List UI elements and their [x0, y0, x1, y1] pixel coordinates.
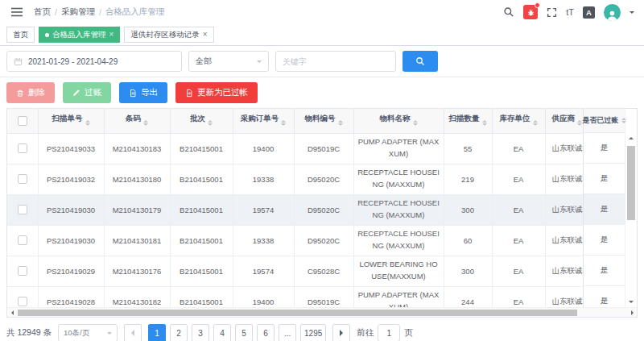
cell-scan_no: PS210419032: [38, 164, 104, 194]
chevron-down-icon: [107, 332, 112, 337]
cell-scan_qty: 244: [444, 286, 492, 309]
avatar[interactable]: [604, 4, 621, 21]
cell-material_name: PUMP ADAPTER (MAXXUM): [353, 133, 444, 164]
table-row[interactable]: PS210419030M2104130179B21041500119574D95…: [7, 194, 626, 225]
page-button-6[interactable]: 6: [257, 324, 275, 341]
row-checkbox[interactable]: [18, 297, 27, 306]
breadcrumb-home[interactable]: 首页: [34, 6, 51, 18]
page-number-list: 123456...1295: [148, 324, 326, 341]
row-checkbox[interactable]: [18, 266, 27, 276]
cell-material_no: D95019C: [294, 133, 353, 164]
col-header-scan_qty[interactable]: 扫描数量: [444, 109, 492, 133]
update-posted-button[interactable]: 更新为已过帐: [175, 82, 258, 103]
page-button-1295[interactable]: 1295: [300, 324, 326, 341]
horizontal-scrollbar[interactable]: [7, 307, 637, 317]
sort-icons: [621, 115, 626, 126]
error-log-icon[interactable]: [523, 5, 538, 19]
search-button[interactable]: [402, 51, 438, 72]
table-row[interactable]: PS210419029M2104130176B21041500119574C95…: [7, 256, 626, 286]
page-button-4[interactable]: 4: [213, 324, 231, 341]
breadcrumb-purchase-mgmt[interactable]: 采购管理: [61, 6, 95, 18]
cell-posted: 是: [584, 194, 625, 225]
col-header-barcode[interactable]: 条码: [104, 109, 170, 133]
hamburger-menu-icon[interactable]: [11, 7, 23, 17]
cell-barcode: M2104130179: [104, 194, 170, 225]
prev-page-button[interactable]: [124, 324, 142, 341]
pagination-bar: 共 12949 条 10条/页 123456...1295 前往 页: [0, 318, 644, 341]
cell-posted: 是: [584, 164, 625, 194]
cell-material_no: C95028C: [294, 256, 353, 286]
select-all-checkbox[interactable]: [18, 116, 27, 126]
date-range-input[interactable]: 2021-01-29 - 2021-04-29: [6, 51, 182, 72]
type-select[interactable]: 全部: [188, 51, 269, 72]
cell-material_name: PUMP ADAPTER (MAXXUM): [353, 286, 444, 309]
data-table: 扫描单号条码批次采购订单号物料编号物料名称扫描数量库存单位供应商 PS21041…: [6, 108, 638, 318]
cell-unit: EA: [492, 194, 545, 225]
scroll-up-arrow-icon[interactable]: [625, 133, 637, 143]
fullscreen-icon[interactable]: [547, 7, 557, 18]
export-button[interactable]: 导出: [119, 82, 167, 103]
col-header-batch[interactable]: 批次: [170, 109, 233, 133]
row-checkbox[interactable]: [18, 205, 27, 214]
row-checkbox[interactable]: [18, 235, 27, 245]
table-row[interactable]: PS210419028M2104130182B21041500119400D95…: [7, 286, 626, 309]
cell-po_no: 19338: [233, 164, 294, 194]
cell-barcode: M2104130183: [104, 133, 170, 164]
cell-material_no: D95020C: [294, 164, 353, 194]
table-row[interactable]: PS210419030M2104130181B21041500119338D95…: [7, 225, 626, 256]
page-button-3[interactable]: 3: [192, 324, 209, 341]
table-row[interactable]: PS210419032M2104130180B21041500119338D95…: [7, 164, 626, 194]
col-header-unit[interactable]: 库存单位: [492, 109, 545, 133]
cell-scan_no: PS210419029: [38, 256, 104, 286]
post-button[interactable]: 过账: [63, 82, 111, 103]
scroll-right-arrow-icon[interactable]: [627, 308, 637, 317]
font-size-icon[interactable]: tT: [566, 7, 574, 17]
next-page-button[interactable]: [332, 324, 350, 341]
tab-home[interactable]: 首页: [6, 27, 35, 43]
search-icon[interactable]: [503, 6, 514, 18]
col-label: 条码: [126, 114, 141, 123]
cell-unit: EA: [492, 133, 545, 164]
col-header-po_no[interactable]: 采购订单号: [233, 109, 294, 133]
tab-close-icon[interactable]: [203, 31, 208, 39]
cell-material_no: D95019C: [294, 286, 353, 309]
delete-button[interactable]: 删除: [6, 82, 55, 103]
document-icon: [129, 89, 137, 98]
col-header-material_no[interactable]: 物料编号: [294, 109, 353, 133]
scroll-down-arrow-icon[interactable]: [625, 297, 637, 307]
page-ellipsis-button[interactable]: ...: [279, 324, 296, 341]
page-button-5[interactable]: 5: [235, 324, 253, 341]
avatar-caret-down-icon[interactable]: [630, 11, 634, 16]
vertical-scrollbar[interactable]: [625, 133, 637, 307]
fixed-posted-column: 是否已过账 是是是是是是: [583, 109, 625, 307]
action-buttons: 删除 过账 导出 更新为已过帐: [0, 77, 644, 108]
page-button-2[interactable]: 2: [170, 324, 188, 341]
col-header-material_name[interactable]: 物料名称: [353, 109, 444, 133]
chevron-right-icon: [340, 330, 346, 336]
row-checkbox[interactable]: [18, 174, 27, 184]
cell-barcode: M2104130182: [104, 286, 170, 309]
row-checkbox[interactable]: [18, 143, 27, 153]
language-icon[interactable]: A: [583, 6, 595, 19]
vertical-scrollbar-thumb[interactable]: [627, 146, 635, 220]
cell-posted: 是: [584, 133, 625, 164]
calendar-icon: [14, 57, 23, 66]
col-header-scan_no[interactable]: 扫描单号: [38, 109, 104, 133]
table-row[interactable]: PS210419033M2104130183B21041500119400D95…: [7, 133, 626, 164]
total-count-text: 共 12949 条: [6, 327, 52, 339]
keyword-input[interactable]: [276, 52, 395, 71]
tab-qualified-inbound[interactable]: 合格品入库管理: [39, 27, 120, 43]
horizontal-scrollbar-thumb[interactable]: [18, 310, 577, 316]
posted-header-label: 是否已过账: [583, 115, 619, 126]
page-size-select[interactable]: 10条/页: [58, 324, 118, 341]
table-scroll-view: 扫描单号条码批次采购订单号物料编号物料名称扫描数量库存单位供应商 PS21041…: [7, 109, 626, 309]
tab-close-icon[interactable]: [109, 31, 114, 39]
goto-page-input[interactable]: [378, 324, 400, 341]
row-checkbox-cell: [7, 164, 38, 194]
col-header-posted[interactable]: 是否已过账: [584, 109, 625, 133]
tab-return-seal-records[interactable]: 退供封存区移动记录: [124, 27, 213, 43]
page-button-1[interactable]: 1: [148, 324, 166, 341]
sort-icons: [208, 118, 213, 128]
page-size-value: 10条/页: [64, 328, 89, 339]
scroll-left-arrow-icon[interactable]: [7, 308, 17, 317]
